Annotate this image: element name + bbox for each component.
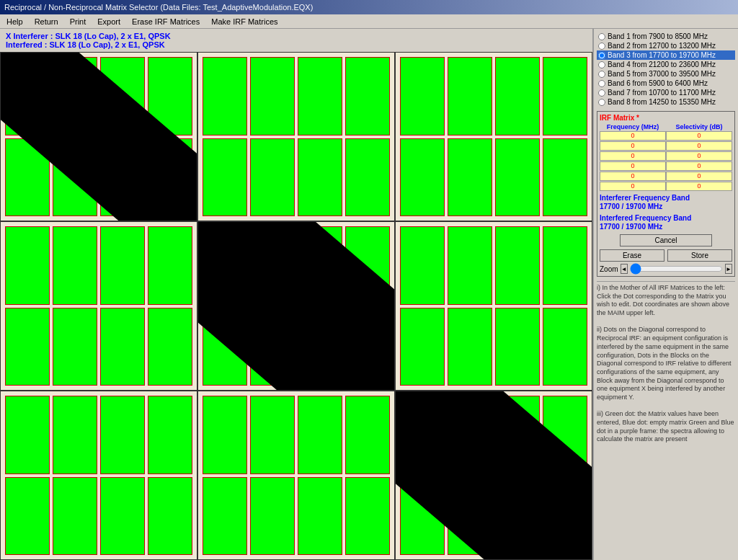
band-option-6[interactable]: Band 6 from 5900 to 6400 MHz: [597, 79, 735, 88]
green-square: [543, 308, 587, 386]
green-square: [345, 57, 390, 135]
band-radio-5[interactable]: [598, 71, 605, 78]
green-square: [148, 477, 192, 556]
green-square: [345, 138, 390, 217]
green-square: [100, 477, 145, 556]
irf-sel-input-3[interactable]: [666, 161, 732, 171]
irf-sel-input-1[interactable]: [666, 141, 732, 151]
green-square: [203, 138, 247, 217]
irf-col-sel: Selectivity (dB): [666, 123, 732, 130]
interfered-label: Interfered : SLK 18 (Lo Cap), 2 x E1, QP…: [6, 40, 587, 49]
matrix-cell-2-0[interactable]: [0, 391, 197, 560]
irf-freq-input-4[interactable]: [600, 172, 666, 181]
irf-row-0: [600, 130, 732, 141]
right-panel: Band 1 from 7900 to 8500 MHzBand 2 from …: [594, 29, 738, 560]
green-square: [543, 138, 587, 217]
green-square: [100, 308, 145, 386]
interferer-freq-label: Interferer Frequency Band 17700 / 19700 …: [600, 194, 732, 211]
menu-print[interactable]: Print: [68, 17, 89, 27]
help-text: i) In the Mother of All IRF Matrices to …: [597, 281, 735, 444]
green-square: [250, 57, 295, 135]
matrix-wrapper: [0, 52, 592, 560]
left-panel: X Interferer : SLK 18 (Lo Cap), 2 x E1, …: [0, 29, 594, 560]
green-square: [5, 396, 50, 474]
band-radio-7[interactable]: [598, 89, 605, 97]
band-radio-3[interactable]: [598, 52, 605, 59]
irf-freq-input-2[interactable]: [600, 151, 666, 161]
band-radio-1[interactable]: [598, 33, 605, 40]
matrix-cell-0-1[interactable]: [197, 52, 395, 221]
title-bar: Reciprocal / Non-Reciprocal Matrix Selec…: [0, 0, 738, 14]
menu-bar: Help Return Print Export Erase IRF Matri…: [0, 14, 738, 29]
green-square: [495, 138, 540, 217]
matrix-cell-1-1[interactable]: [197, 221, 395, 391]
band-option-2[interactable]: Band 2 from 12700 to 13200 MHz: [597, 41, 735, 50]
band-option-1[interactable]: Band 1 from 7900 to 8500 MHz: [597, 32, 735, 41]
irf-sel-input-2[interactable]: [666, 151, 732, 161]
irf-freq-input-0[interactable]: [600, 131, 666, 141]
green-square: [100, 396, 145, 474]
zoom-left-arrow[interactable]: ◄: [621, 264, 628, 274]
cancel-button[interactable]: Cancel: [620, 234, 713, 246]
menu-erase-irf[interactable]: Erase IRF Matrices: [130, 17, 202, 27]
irf-freq-input-5[interactable]: [600, 182, 666, 191]
menu-return[interactable]: Return: [32, 17, 61, 27]
green-square: [53, 477, 97, 556]
band-option-7[interactable]: Band 7 from 10700 to 11700 MHz: [597, 88, 735, 97]
band-radio-8[interactable]: [598, 99, 605, 106]
matrix-cell-1-2[interactable]: [395, 221, 592, 391]
band-label-5: Band 5 from 37000 to 39500 MHz: [608, 70, 716, 78]
erase-button[interactable]: Erase: [600, 249, 664, 262]
menu-make-irf[interactable]: Make IRF Matrices: [209, 17, 280, 27]
matrix-cell-2-1[interactable]: [197, 391, 395, 560]
irf-row-1: [600, 141, 732, 151]
matrix-cell-0-0[interactable]: [0, 52, 197, 221]
matrix-cell-0-2[interactable]: [395, 52, 592, 221]
irf-row-2: [600, 151, 732, 161]
irf-row-4: [600, 171, 732, 181]
menu-export[interactable]: Export: [95, 17, 123, 27]
band-label-1: Band 1 from 7900 to 8500 MHz: [608, 32, 708, 40]
band-radio-4[interactable]: [598, 61, 605, 68]
green-square: [53, 308, 97, 386]
zoom-row: Zoom ◄ ►: [600, 264, 732, 274]
irf-sel-input-4[interactable]: [666, 172, 732, 181]
help-text-content: i) In the Mother of All IRF Matrices to …: [597, 284, 734, 443]
green-square: [345, 396, 390, 474]
band-radio-6[interactable]: [598, 80, 605, 87]
matrix-cell-1-0[interactable]: [0, 221, 197, 391]
green-square: [543, 226, 587, 305]
band-radio-2[interactable]: [598, 43, 605, 50]
zoom-right-arrow[interactable]: ►: [725, 264, 732, 274]
green-square: [250, 138, 295, 217]
irf-col-freq: Frequency (MHz): [600, 123, 666, 130]
band-label-7: Band 7 from 10700 to 11700 MHz: [608, 89, 716, 97]
freq-band-info: Interferer Frequency Band 17700 / 19700 …: [600, 194, 732, 231]
band-label-2: Band 2 from 12700 to 13200 MHz: [608, 42, 716, 50]
zoom-slider[interactable]: [630, 265, 723, 273]
store-button[interactable]: Store: [667, 249, 732, 262]
irf-matrix-box: IRF Matrix * Frequency (MHz) Selectivity…: [597, 111, 735, 277]
irf-freq-input-3[interactable]: [600, 161, 666, 171]
irf-table: Frequency (MHz) Selectivity (dB): [600, 123, 732, 191]
title-text: Reciprocal / Non-Reciprocal Matrix Selec…: [4, 3, 313, 12]
menu-help[interactable]: Help: [4, 17, 25, 27]
green-square: [5, 308, 50, 386]
irf-sel-input-5[interactable]: [666, 182, 732, 191]
irf-freq-input-1[interactable]: [600, 141, 666, 151]
green-square: [203, 57, 247, 135]
irf-sel-input-0[interactable]: [666, 131, 732, 141]
irf-matrix-title: IRF Matrix *: [600, 114, 732, 122]
green-square: [543, 57, 587, 135]
green-square: [448, 308, 492, 386]
green-square: [298, 138, 342, 217]
matrix-cell-2-2[interactable]: [395, 391, 592, 560]
band-option-8[interactable]: Band 8 from 14250 to 15350 MHz: [597, 97, 735, 107]
band-option-3[interactable]: Band 3 from 17700 to 19700 MHz: [597, 50, 735, 60]
band-option-5[interactable]: Band 5 from 37000 to 39500 MHz: [597, 69, 735, 79]
info-header: X Interferer : SLK 18 (Lo Cap), 2 x E1, …: [0, 29, 592, 52]
band-option-4[interactable]: Band 4 from 21200 to 23600 MHz: [597, 60, 735, 69]
zoom-label: Zoom: [600, 265, 618, 273]
green-square: [53, 396, 97, 474]
x-interferer-label: X Interferer : SLK 18 (Lo Cap), 2 x E1, …: [6, 32, 587, 40]
